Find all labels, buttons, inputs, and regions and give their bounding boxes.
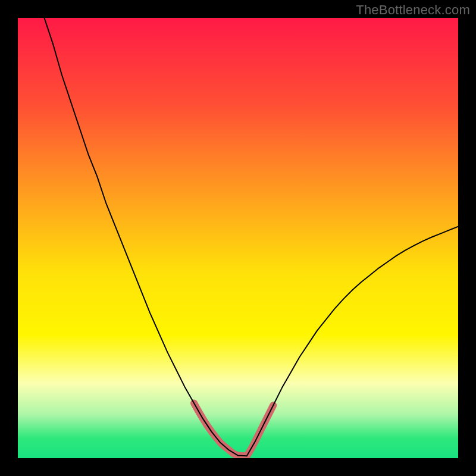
chart-plot: [18, 18, 458, 458]
gradient-background: [18, 18, 458, 458]
chart-frame: TheBottleneck.com: [0, 0, 476, 476]
watermark-text: TheBottleneck.com: [356, 2, 470, 18]
